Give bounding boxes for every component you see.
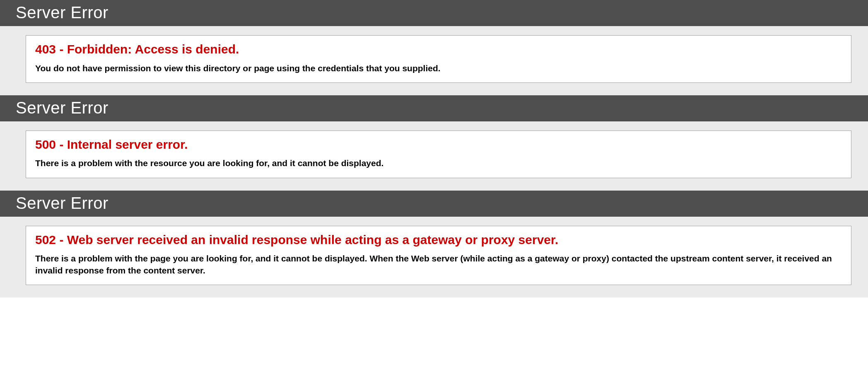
error-description: You do not have permission to view this … (35, 63, 842, 74)
page-title: Server Error (0, 191, 868, 217)
error-message-box: 500 - Internal server error. There is a … (26, 131, 851, 178)
error-heading: 403 - Forbidden: Access is denied. (35, 42, 842, 57)
error-block-500: Server Error 500 - Internal server error… (0, 95, 868, 191)
error-body: 403 - Forbidden: Access is denied. You d… (0, 26, 868, 95)
error-heading: 502 - Web server received an invalid res… (35, 233, 842, 247)
error-body: 502 - Web server received an invalid res… (0, 217, 868, 297)
error-body: 500 - Internal server error. There is a … (0, 121, 868, 191)
error-description: There is a problem with the resource you… (35, 157, 842, 169)
error-message-box: 403 - Forbidden: Access is denied. You d… (26, 35, 851, 83)
error-block-502: Server Error 502 - Web server received a… (0, 191, 868, 297)
error-block-403: Server Error 403 - Forbidden: Access is … (0, 0, 868, 95)
error-message-box: 502 - Web server received an invalid res… (26, 226, 851, 285)
page-title: Server Error (0, 95, 868, 121)
page-title: Server Error (0, 0, 868, 26)
error-heading: 500 - Internal server error. (35, 138, 842, 152)
error-description: There is a problem with the page you are… (35, 253, 842, 276)
